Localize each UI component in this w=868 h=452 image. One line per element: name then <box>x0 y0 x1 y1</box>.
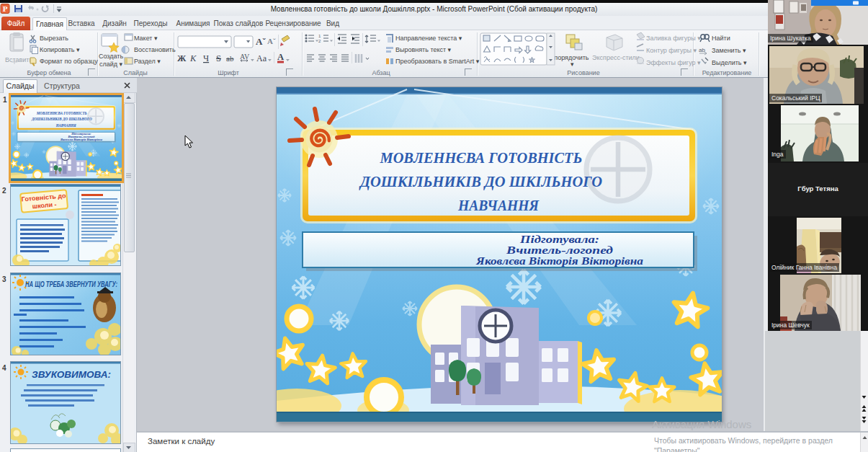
svg-text:ЗВУКОВИМОВА:: ЗВУКОВИМОВА: <box>32 369 111 380</box>
svg-text:Aa: Aa <box>256 53 267 63</box>
svg-text:Яковлєва Вікторія Вікторівна: Яковлєва Вікторія Вікторівна <box>475 255 643 267</box>
svg-text:МОВЛЕННЄВА ГОТОВНІСТЬ: МОВЛЕННЄВА ГОТОВНІСТЬ <box>380 149 583 167</box>
svg-text:AV: AV <box>240 53 250 61</box>
svg-text:ДОШКІЛЬНИКІВ ДО ШКІЛЬНОГО: ДОШКІЛЬНИКІВ ДО ШКІЛЬНОГО <box>359 173 602 190</box>
svg-text:ab: ab <box>226 54 234 63</box>
svg-text:A: A <box>277 52 284 62</box>
svg-text:2: 2 <box>318 39 321 43</box>
svg-text:Вчитель-логопед: Вчитель-логопед <box>506 244 613 256</box>
svg-text:НА ЩО ТРЕБА ЗВЕРНУТИ УВАГУ:: НА ЩО ТРЕБА ЗВЕРНУТИ УВАГУ: <box>25 280 117 288</box>
svg-text:1: 1 <box>318 34 321 38</box>
svg-text:НАВЧАННЯ: НАВЧАННЯ <box>457 197 539 214</box>
svg-text:Aˇ: Aˇ <box>256 36 266 47</box>
svg-text:Aˇ: Aˇ <box>267 37 276 45</box>
svg-text:Ж: Ж <box>177 53 187 63</box>
svg-text:P: P <box>3 4 8 13</box>
svg-text:Ч: Ч <box>203 53 209 63</box>
svg-text:Підготувала:: Підготувала: <box>519 234 599 245</box>
svg-text:К: К <box>189 53 197 63</box>
svg-text:S: S <box>216 53 221 63</box>
svg-text:ab: ab <box>699 47 705 53</box>
